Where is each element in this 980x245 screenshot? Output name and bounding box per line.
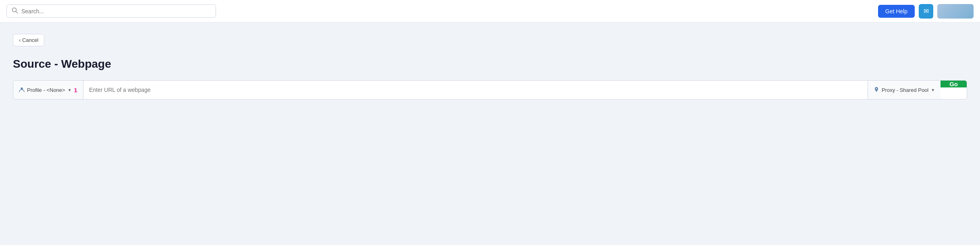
svg-point-3	[876, 88, 877, 89]
user-avatar[interactable]	[937, 4, 974, 19]
search-bar	[6, 4, 216, 18]
url-bar-container: Profile - <None> ▼ 1 Proxy - Shared Pool…	[13, 80, 967, 100]
profile-icon	[19, 87, 25, 93]
profile-chevron-icon: ▼	[68, 88, 72, 92]
go-button[interactable]: Go	[941, 81, 967, 87]
get-help-button[interactable]: Get Help	[878, 5, 915, 18]
url-input[interactable]	[83, 81, 868, 99]
svg-line-1	[16, 12, 18, 13]
search-input[interactable]	[21, 8, 211, 15]
proxy-dropdown[interactable]: Proxy - Shared Pool ▼	[868, 81, 941, 99]
search-icon	[12, 7, 18, 15]
go-button-wrapper: Go 2	[941, 81, 967, 99]
mail-icon-button[interactable]: ✉	[919, 4, 933, 19]
step1-badge: 1	[74, 87, 77, 93]
proxy-label: Proxy - Shared Pool	[882, 87, 928, 93]
cancel-button[interactable]: ‹ Cancel	[13, 34, 44, 46]
proxy-chevron-icon: ▼	[931, 88, 935, 92]
page-title: Source - Webpage	[13, 58, 967, 71]
mail-icon: ✉	[924, 7, 929, 15]
proxy-location-icon	[874, 87, 879, 93]
header: Get Help ✉	[0, 0, 980, 23]
url-bar-row: Profile - <None> ▼ 1 Proxy - Shared Pool…	[13, 80, 967, 100]
header-actions: Get Help ✉	[878, 4, 974, 19]
main-content: ‹ Cancel Source - Webpage Profile - <Non…	[0, 23, 980, 111]
profile-label: Profile - <None>	[27, 87, 65, 93]
profile-dropdown[interactable]: Profile - <None> ▼ 1	[13, 81, 83, 99]
svg-point-2	[21, 87, 23, 89]
